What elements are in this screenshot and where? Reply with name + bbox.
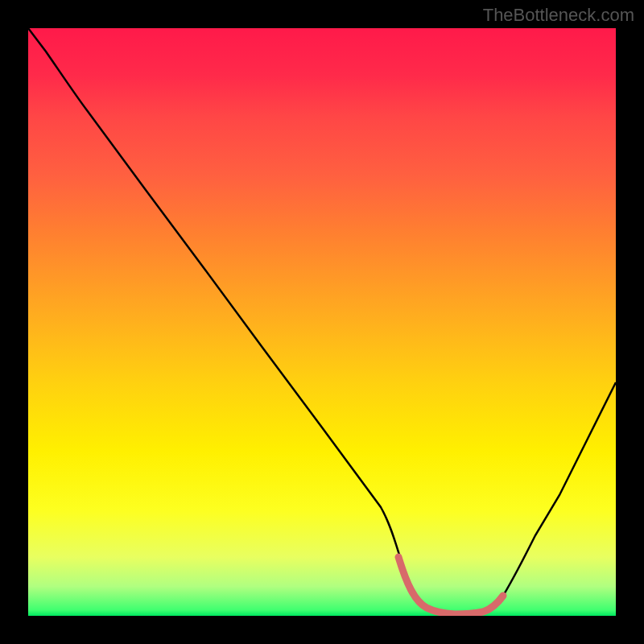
bottleneck-curve-line	[28, 28, 616, 614]
optimal-range-highlight-line	[398, 557, 503, 614]
chart-svg-layer	[28, 28, 616, 616]
watermark-text: TheBottleneck.com	[483, 5, 634, 26]
chart-plot-area	[28, 28, 616, 616]
